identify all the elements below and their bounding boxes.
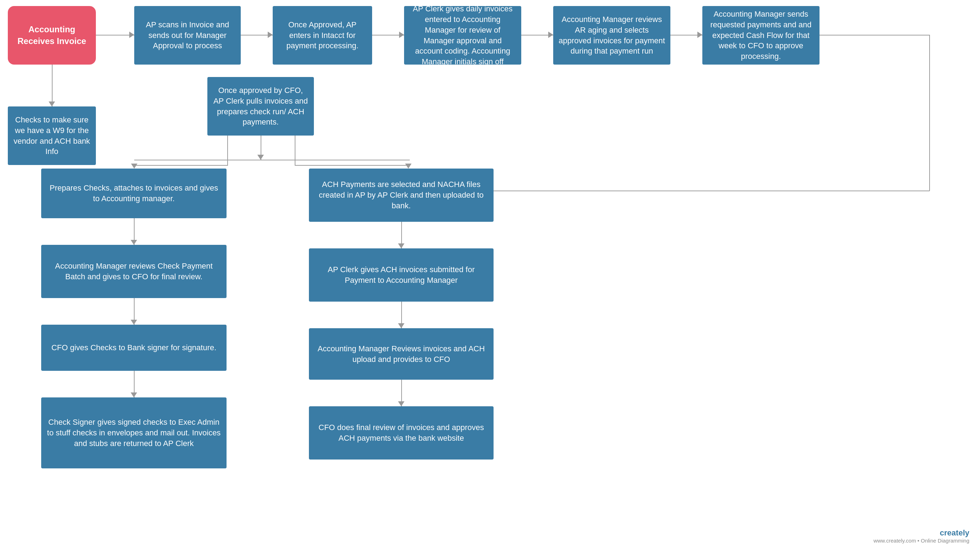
box-accounting-mgr-check: Accounting Manager reviews Check Payment… bbox=[41, 245, 226, 298]
box-cfo-final: CFO does final review of invoices and ap… bbox=[309, 406, 493, 460]
flowchart: Accounting Receives Invoice AP scans in … bbox=[0, 0, 980, 550]
box-check-signer: Check Signer gives signed checks to Exec… bbox=[41, 398, 226, 468]
box-accounting-mgr-ach: Accounting Manager Reviews invoices and … bbox=[309, 328, 493, 380]
box-ach-payments-selected: ACH Payments are selected and NACHA file… bbox=[309, 168, 493, 222]
box-ap-clerk-ach: AP Clerk gives ACH invoices submitted fo… bbox=[309, 248, 493, 302]
box-accounting-mgr-reviews: Accounting Manager reviews AR aging and … bbox=[553, 6, 670, 65]
box-cfo-checks: CFO gives Checks to Bank signer for sign… bbox=[41, 325, 226, 371]
box-ap-scans: AP scans in Invoice and sends out for Ma… bbox=[134, 6, 241, 65]
box-ap-clerk-daily: AP Clerk gives daily invoices entered to… bbox=[404, 6, 521, 65]
box-prepares-checks: Prepares Checks, attaches to invoices an… bbox=[41, 168, 226, 218]
box-accounting-mgr-sends: Accounting Manager sends requested payme… bbox=[702, 6, 819, 65]
watermark: creately www.creately.com • Online Diagr… bbox=[873, 528, 969, 544]
box-checks-w9: Checks to make sure we have a W9 for the… bbox=[8, 106, 96, 165]
box-once-approved: Once Approved, AP enters in Intacct for … bbox=[273, 6, 372, 65]
box-once-approved-cfo: Once approved by CFO, AP Clerk pulls inv… bbox=[207, 77, 314, 136]
box-receives: Accounting Receives Invoice bbox=[8, 6, 96, 65]
